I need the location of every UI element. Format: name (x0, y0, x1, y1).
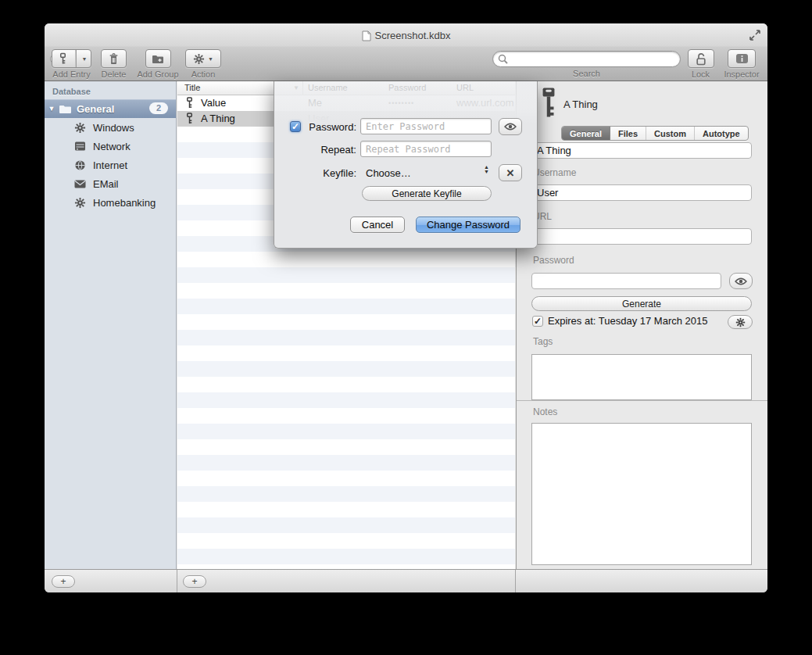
sidebar-item-label: EMail (93, 178, 119, 190)
username-field[interactable] (531, 184, 752, 201)
tab-custom[interactable]: Custom (646, 127, 695, 140)
url-field[interactable] (531, 228, 752, 245)
add-entry-group: ▼ Add Entry (52, 49, 91, 79)
section-divider (517, 400, 767, 401)
notes-label: Notes (533, 406, 557, 417)
action-label: Action (185, 70, 221, 79)
cancel-button[interactable]: Cancel (350, 217, 405, 233)
delete-button[interactable] (101, 49, 127, 68)
envelope-icon (74, 180, 93, 188)
sidebar-item-network[interactable]: Network (45, 137, 176, 156)
tags-textarea[interactable] (531, 354, 752, 400)
inspector-panel: A Thing General Files Custom Autotype Us… (516, 81, 767, 569)
sidebar-item-email[interactable]: EMail (45, 174, 176, 193)
password-checkbox[interactable]: ✓ (290, 121, 301, 132)
expires-label: Expires at: Tuesday 17 March 2015 (548, 315, 708, 327)
column-title[interactable]: Title (184, 83, 200, 92)
group-count-badge: 2 (149, 102, 168, 114)
eye-icon (735, 277, 747, 285)
gear-icon (74, 197, 93, 209)
app-window: Screenshot.kdbx ▼ Add Entry Dele (45, 23, 767, 592)
key-icon (51, 50, 76, 67)
add-entry-dropdown[interactable]: ▼ (76, 50, 92, 67)
lock-button[interactable] (688, 49, 714, 68)
password-field[interactable] (531, 273, 721, 289)
sidebar-item-label: Internet (93, 159, 127, 171)
delete-label: Delete (101, 70, 127, 79)
search-label: Search (492, 69, 681, 78)
add-entry-button[interactable]: ▼ (52, 49, 91, 68)
disclosure-triangle-icon[interactable]: ▼ (45, 105, 59, 113)
sheet-show-password-button[interactable] (499, 118, 522, 135)
sidebar-item-label: Homebanking (93, 197, 156, 209)
password-label: Password (533, 255, 574, 266)
inspector-entry-title: A Thing (563, 98, 598, 110)
tags-label: Tags (533, 336, 553, 347)
document-icon (362, 30, 371, 41)
gear-icon (735, 317, 746, 328)
key-icon (538, 86, 559, 119)
action-group: ▼ Action (185, 49, 221, 79)
sidebar-item-internet[interactable]: Internet (45, 156, 176, 174)
change-password-sheet: ✓ Password: Repeat: Keyfile: Choose… ▲▼ … (274, 81, 538, 249)
stepper-icon[interactable]: ▲▼ (484, 165, 489, 174)
folder-icon (59, 104, 72, 114)
expires-options-button[interactable] (728, 315, 753, 329)
lock-open-icon (695, 52, 707, 66)
keyfile-popup[interactable]: Choose… (366, 167, 411, 179)
window-title: Screenshot.kdbx (45, 30, 767, 41)
gear-icon (193, 53, 205, 65)
tab-general[interactable]: General (562, 127, 610, 140)
sheet-repeat-input[interactable] (360, 141, 492, 157)
expires-row: ✓ Expires at: Tuesday 17 March 2015 (532, 315, 708, 327)
sheet-password-label: Password: (302, 121, 356, 133)
info-icon (735, 53, 749, 64)
delete-group: Delete (101, 49, 127, 79)
plus-icon: + (60, 576, 66, 587)
sheet-password-input[interactable] (360, 118, 492, 134)
inspector-group: Inspector (720, 49, 764, 79)
show-password-button[interactable] (729, 273, 753, 289)
sidebar-item-windows[interactable]: Windows (45, 118, 176, 137)
clear-keyfile-button[interactable]: ✕ (499, 164, 522, 181)
entry-title: A Thing (201, 113, 235, 124)
change-password-button[interactable]: Change Password (416, 217, 520, 233)
add-entry-plus-button[interactable]: + (183, 575, 206, 588)
generate-label: Generate (622, 299, 661, 310)
check-icon: ✓ (292, 121, 299, 132)
sheet-repeat-label: Repeat: (302, 144, 356, 156)
notes-textarea[interactable] (531, 423, 752, 565)
search-group: Search (492, 51, 681, 78)
change-password-label: Change Password (427, 219, 510, 231)
tab-autotype[interactable]: Autotype (695, 127, 748, 140)
sidebar-item-label: Network (93, 141, 131, 152)
action-button[interactable]: ▼ (185, 49, 221, 68)
add-group-label: Add Group (134, 70, 181, 79)
sidebar-item-label: Windows (93, 122, 134, 134)
check-icon: ✓ (534, 316, 542, 327)
bottom-bar: + + (45, 569, 767, 592)
trash-icon (109, 53, 119, 65)
divider (515, 570, 516, 592)
cancel-label: Cancel (362, 219, 393, 231)
key-icon (185, 113, 194, 124)
fullscreen-icon[interactable] (749, 29, 761, 41)
title-field[interactable] (531, 142, 752, 159)
generate-password-button[interactable]: Generate (531, 296, 752, 311)
add-entry-label: Add Entry (52, 70, 91, 79)
sidebar-group-general[interactable]: ▼ General 2 (45, 99, 176, 118)
add-group-plus-button[interactable]: + (52, 575, 75, 588)
add-group-group: Add Group (134, 49, 181, 79)
lock-label: Lock (687, 70, 714, 79)
search-icon (498, 54, 508, 64)
inspector-button[interactable] (728, 49, 756, 68)
search-input[interactable] (492, 51, 681, 67)
tab-files[interactable]: Files (610, 127, 646, 140)
expires-checkbox[interactable]: ✓ (532, 316, 543, 327)
generate-keyfile-button[interactable]: Generate Keyfile (362, 186, 492, 201)
sheet-keyfile-label: Keyfile: (302, 167, 356, 179)
sidebar-item-homebanking[interactable]: Homebanking (45, 193, 176, 212)
plus-icon: + (191, 576, 197, 587)
server-icon (74, 141, 93, 152)
add-group-button[interactable] (145, 49, 171, 68)
